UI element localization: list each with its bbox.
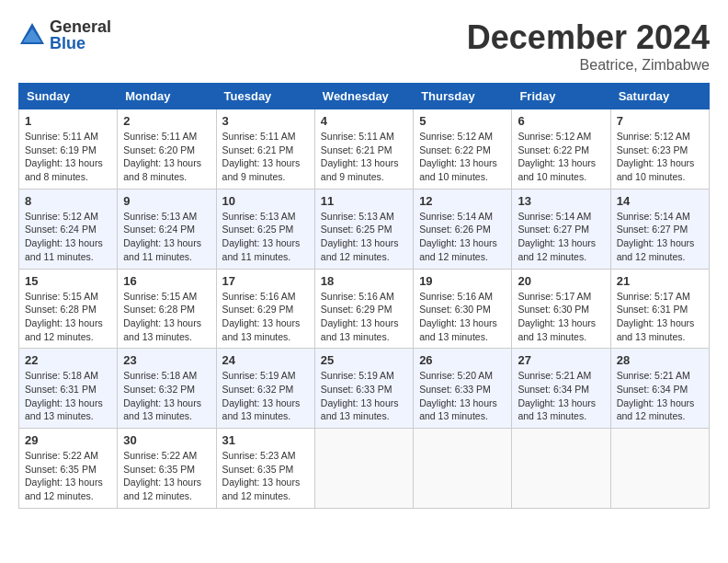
day-info: Sunrise: 5:11 AMSunset: 6:21 PMDaylight:… <box>321 130 407 184</box>
day-info: Sunrise: 5:11 AMSunset: 6:20 PMDaylight:… <box>123 130 210 184</box>
calendar-cell: 3Sunrise: 5:11 AMSunset: 6:21 PMDaylight… <box>216 109 314 190</box>
day-number: 12 <box>419 194 506 208</box>
day-info: Sunrise: 5:22 AMSunset: 6:35 PMDaylight:… <box>25 449 111 503</box>
day-info: Sunrise: 5:18 AMSunset: 6:31 PMDaylight:… <box>25 369 111 423</box>
calendar-cell: 4Sunrise: 5:11 AMSunset: 6:21 PMDaylight… <box>314 109 413 190</box>
day-number: 20 <box>518 274 604 288</box>
day-info: Sunrise: 5:12 AMSunset: 6:23 PMDaylight:… <box>617 130 703 184</box>
day-info: Sunrise: 5:21 AMSunset: 6:34 PMDaylight:… <box>518 369 604 423</box>
calendar-cell: 7Sunrise: 5:12 AMSunset: 6:23 PMDaylight… <box>610 109 709 190</box>
day-number: 8 <box>25 194 111 208</box>
day-info: Sunrise: 5:14 AMSunset: 6:27 PMDaylight:… <box>518 210 604 264</box>
day-number: 31 <box>222 433 309 447</box>
calendar-cell: 24Sunrise: 5:19 AMSunset: 6:32 PMDayligh… <box>216 349 314 429</box>
day-number: 22 <box>25 353 111 367</box>
day-info: Sunrise: 5:16 AMSunset: 6:29 PMDaylight:… <box>321 290 407 344</box>
calendar-cell: 8Sunrise: 5:12 AMSunset: 6:24 PMDaylight… <box>19 189 118 269</box>
calendar-week-row: 8Sunrise: 5:12 AMSunset: 6:24 PMDaylight… <box>19 189 710 269</box>
day-number: 10 <box>222 194 309 208</box>
calendar-cell: 14Sunrise: 5:14 AMSunset: 6:27 PMDayligh… <box>610 189 709 269</box>
calendar-cell: 30Sunrise: 5:22 AMSunset: 6:35 PMDayligh… <box>118 429 216 509</box>
calendar-cell: 6Sunrise: 5:12 AMSunset: 6:22 PMDaylight… <box>512 109 610 190</box>
day-number: 28 <box>617 353 703 367</box>
month-title: December 2024 <box>467 18 710 57</box>
col-saturday: Saturday <box>610 84 709 109</box>
day-number: 23 <box>123 353 210 367</box>
day-number: 11 <box>321 194 407 208</box>
day-info: Sunrise: 5:19 AMSunset: 6:33 PMDaylight:… <box>321 369 407 423</box>
calendar-week-row: 1Sunrise: 5:11 AMSunset: 6:19 PMDaylight… <box>19 109 710 190</box>
calendar-cell: 11Sunrise: 5:13 AMSunset: 6:25 PMDayligh… <box>314 189 413 269</box>
day-number: 26 <box>419 353 506 367</box>
calendar-week-row: 15Sunrise: 5:15 AMSunset: 6:28 PMDayligh… <box>19 269 710 349</box>
day-info: Sunrise: 5:23 AMSunset: 6:35 PMDaylight:… <box>222 449 309 503</box>
calendar-cell: 31Sunrise: 5:23 AMSunset: 6:35 PMDayligh… <box>216 429 314 509</box>
day-number: 15 <box>25 274 111 288</box>
day-info: Sunrise: 5:13 AMSunset: 6:25 PMDaylight:… <box>222 210 309 264</box>
day-info: Sunrise: 5:14 AMSunset: 6:26 PMDaylight:… <box>419 210 506 264</box>
day-info: Sunrise: 5:18 AMSunset: 6:32 PMDaylight:… <box>123 369 210 423</box>
calendar-cell: 2Sunrise: 5:11 AMSunset: 6:20 PMDaylight… <box>118 109 216 190</box>
calendar-cell: 23Sunrise: 5:18 AMSunset: 6:32 PMDayligh… <box>118 349 216 429</box>
day-info: Sunrise: 5:17 AMSunset: 6:30 PMDaylight:… <box>518 290 604 344</box>
calendar-cell: 15Sunrise: 5:15 AMSunset: 6:28 PMDayligh… <box>19 269 118 349</box>
day-number: 21 <box>617 274 703 288</box>
title-area: December 2024 Beatrice, Zimbabwe <box>467 18 710 74</box>
day-number: 30 <box>123 433 210 447</box>
day-number: 25 <box>321 353 407 367</box>
day-number: 16 <box>123 274 210 288</box>
logo-general: General <box>50 18 111 35</box>
day-info: Sunrise: 5:11 AMSunset: 6:21 PMDaylight:… <box>222 130 309 184</box>
calendar-cell <box>610 429 709 509</box>
calendar-cell: 25Sunrise: 5:19 AMSunset: 6:33 PMDayligh… <box>314 349 413 429</box>
calendar-week-row: 22Sunrise: 5:18 AMSunset: 6:31 PMDayligh… <box>19 349 710 429</box>
day-number: 3 <box>222 114 309 128</box>
day-info: Sunrise: 5:20 AMSunset: 6:33 PMDaylight:… <box>419 369 506 423</box>
day-number: 27 <box>518 353 604 367</box>
page-header: General Blue December 2024 Beatrice, Zim… <box>18 18 710 74</box>
day-info: Sunrise: 5:22 AMSunset: 6:35 PMDaylight:… <box>123 449 210 503</box>
day-number: 13 <box>518 194 604 208</box>
col-tuesday: Tuesday <box>216 84 314 109</box>
day-info: Sunrise: 5:21 AMSunset: 6:34 PMDaylight:… <box>617 369 703 423</box>
day-number: 24 <box>222 353 309 367</box>
logo-blue: Blue <box>50 35 111 52</box>
day-info: Sunrise: 5:15 AMSunset: 6:28 PMDaylight:… <box>25 290 111 344</box>
calendar-cell: 21Sunrise: 5:17 AMSunset: 6:31 PMDayligh… <box>610 269 709 349</box>
calendar-cell: 16Sunrise: 5:15 AMSunset: 6:28 PMDayligh… <box>118 269 216 349</box>
day-info: Sunrise: 5:16 AMSunset: 6:30 PMDaylight:… <box>419 290 506 344</box>
day-number: 2 <box>123 114 210 128</box>
day-info: Sunrise: 5:17 AMSunset: 6:31 PMDaylight:… <box>617 290 703 344</box>
calendar-cell <box>512 429 610 509</box>
calendar-cell: 19Sunrise: 5:16 AMSunset: 6:30 PMDayligh… <box>414 269 512 349</box>
day-info: Sunrise: 5:11 AMSunset: 6:19 PMDaylight:… <box>25 130 111 184</box>
day-info: Sunrise: 5:13 AMSunset: 6:24 PMDaylight:… <box>123 210 210 264</box>
calendar-cell: 1Sunrise: 5:11 AMSunset: 6:19 PMDaylight… <box>19 109 118 190</box>
calendar-header-row: Sunday Monday Tuesday Wednesday Thursday… <box>19 84 710 109</box>
day-info: Sunrise: 5:14 AMSunset: 6:27 PMDaylight:… <box>617 210 703 264</box>
day-info: Sunrise: 5:12 AMSunset: 6:22 PMDaylight:… <box>419 130 506 184</box>
calendar-cell: 17Sunrise: 5:16 AMSunset: 6:29 PMDayligh… <box>216 269 314 349</box>
calendar-cell: 20Sunrise: 5:17 AMSunset: 6:30 PMDayligh… <box>512 269 610 349</box>
day-info: Sunrise: 5:12 AMSunset: 6:22 PMDaylight:… <box>518 130 604 184</box>
col-monday: Monday <box>118 84 216 109</box>
calendar-cell: 12Sunrise: 5:14 AMSunset: 6:26 PMDayligh… <box>414 189 512 269</box>
day-number: 5 <box>419 114 506 128</box>
day-number: 14 <box>617 194 703 208</box>
day-number: 6 <box>518 114 604 128</box>
day-info: Sunrise: 5:19 AMSunset: 6:32 PMDaylight:… <box>222 369 309 423</box>
day-number: 7 <box>617 114 703 128</box>
day-info: Sunrise: 5:16 AMSunset: 6:29 PMDaylight:… <box>222 290 309 344</box>
calendar-cell: 28Sunrise: 5:21 AMSunset: 6:34 PMDayligh… <box>610 349 709 429</box>
day-number: 17 <box>222 274 309 288</box>
day-number: 29 <box>25 433 111 447</box>
calendar-cell: 18Sunrise: 5:16 AMSunset: 6:29 PMDayligh… <box>314 269 413 349</box>
day-number: 4 <box>321 114 407 128</box>
location: Beatrice, Zimbabwe <box>467 57 710 74</box>
col-thursday: Thursday <box>414 84 512 109</box>
calendar-cell: 29Sunrise: 5:22 AMSunset: 6:35 PMDayligh… <box>19 429 118 509</box>
calendar-cell <box>414 429 512 509</box>
calendar: Sunday Monday Tuesday Wednesday Thursday… <box>18 83 710 509</box>
logo-text: General Blue <box>50 18 111 52</box>
logo-icon <box>18 21 46 49</box>
